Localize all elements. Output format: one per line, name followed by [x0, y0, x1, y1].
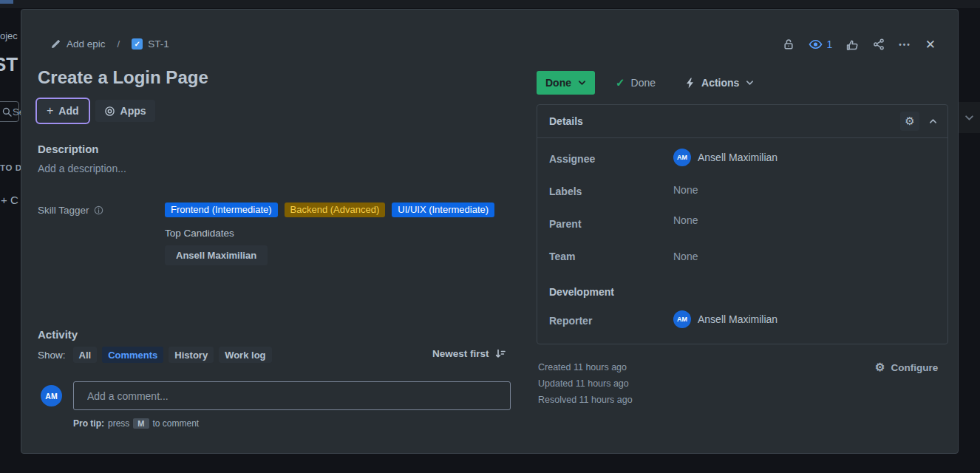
- breadcrumb-add-epic[interactable]: Add epic: [51, 38, 106, 50]
- labels-value[interactable]: None: [673, 184, 698, 196]
- apps-icon: [104, 106, 115, 117]
- details-collapse-button[interactable]: [926, 115, 940, 127]
- issue-title[interactable]: Create a Login Page: [38, 67, 208, 88]
- bg-create-partial: + C: [1, 194, 18, 206]
- filter-work-log[interactable]: Work log: [219, 347, 271, 363]
- breadcrumb-add-epic-label: Add epic: [67, 38, 106, 50]
- check-icon: ✓: [616, 76, 625, 89]
- status-dropdown-button[interactable]: Done: [537, 71, 595, 95]
- created-timestamp: Created 11 hours ago: [538, 359, 633, 375]
- team-value[interactable]: None: [673, 251, 698, 262]
- plus-icon: +: [47, 104, 53, 118]
- details-gear-button[interactable]: ⚙: [900, 112, 919, 131]
- current-user-avatar: AM: [41, 385, 62, 406]
- info-icon[interactable]: [94, 205, 103, 215]
- top-candidates-label: Top Candidates: [165, 228, 234, 239]
- description-heading: Description: [38, 143, 99, 155]
- reporter-value[interactable]: AM Ansell Maximilian: [673, 310, 777, 328]
- toolbar: + Add Apps: [38, 100, 155, 122]
- skill-tag: Frontend (Intermediate): [165, 203, 278, 217]
- chevron-up-icon: [929, 118, 937, 124]
- updated-timestamp: Updated 11 hours ago: [538, 375, 633, 392]
- lightning-bolt-icon: [685, 78, 695, 89]
- sort-order-label: Newest first: [432, 348, 489, 359]
- field-label-labels: Labels: [549, 186, 582, 197]
- skill-tag: Backend (Advanced): [285, 203, 386, 217]
- skill-tag: UI/UIX (Intermediate): [392, 203, 494, 217]
- comment-pro-tip: Pro tip: press M to comment: [73, 418, 199, 429]
- skill-tagger-label-row: Skill Tagger: [38, 205, 103, 216]
- pencil-icon: [51, 38, 61, 49]
- candidate-button[interactable]: Ansell Maximilian: [165, 245, 268, 265]
- field-label-reporter: Reporter: [549, 315, 592, 327]
- skill-tags: Frontend (Intermediate) Backend (Advance…: [165, 203, 494, 217]
- breadcrumb-issue-key[interactable]: ✓ ST-1: [132, 38, 169, 50]
- chevron-down-icon: [746, 80, 754, 86]
- issue-key-label: ST-1: [148, 38, 169, 50]
- bg-top-band: [0, 0, 980, 8]
- chevron-down-icon: [578, 80, 586, 86]
- resolved-timestamp: Resolved 11 hours ago: [538, 392, 633, 408]
- reporter-avatar: AM: [673, 310, 691, 328]
- bg-todo-column-partial: TO D: [0, 163, 22, 172]
- watch-button[interactable]: 1: [809, 38, 832, 50]
- details-heading: Details: [549, 115, 900, 127]
- subtask-type-icon: ✓: [132, 38, 143, 50]
- watch-count: 1: [826, 38, 832, 50]
- add-button[interactable]: + Add: [38, 100, 88, 122]
- field-label-parent: Parent: [549, 218, 582, 230]
- field-label-team: Team: [549, 251, 576, 262]
- show-label: Show:: [38, 350, 66, 361]
- unlock-icon[interactable]: [783, 38, 794, 50]
- apps-button[interactable]: Apps: [95, 100, 155, 122]
- skill-tagger-label: Skill Tagger: [38, 205, 89, 216]
- issue-meta: Created 11 hours ago Updated 11 hours ag…: [538, 359, 633, 408]
- gear-icon: ⚙: [905, 115, 914, 128]
- bg-chevron-down-icon: [964, 115, 974, 121]
- filter-history[interactable]: History: [169, 347, 214, 363]
- sort-order-button[interactable]: Newest first: [432, 348, 506, 359]
- field-label-development: Development: [549, 286, 614, 298]
- resolution-status: ✓ Done: [616, 76, 656, 89]
- keyboard-key-m: M: [133, 418, 149, 429]
- activity-filters: Show: All Comments History Work log: [38, 347, 272, 363]
- search-icon: [2, 107, 12, 117]
- breadcrumb: Add epic / ✓ ST-1: [51, 36, 169, 51]
- assignee-value[interactable]: AM Ansell Maximilian: [673, 149, 777, 166]
- gear-icon: ⚙: [875, 361, 885, 374]
- field-label-assignee: Assignee: [549, 153, 595, 165]
- thumbs-up-icon[interactable]: [846, 38, 859, 51]
- bg-breadcrumb-partial: ojec: [0, 30, 18, 41]
- sort-descending-icon: [494, 348, 506, 359]
- filter-comments[interactable]: Comments: [102, 347, 163, 363]
- filter-all[interactable]: All: [73, 347, 98, 363]
- eye-icon: [809, 38, 823, 50]
- breadcrumb-separator: /: [112, 38, 126, 50]
- details-header: Details ⚙: [537, 105, 947, 138]
- bg-blue-indicator: [0, 0, 13, 4]
- comment-input[interactable]: [73, 381, 511, 410]
- activity-heading: Activity: [38, 328, 78, 341]
- issue-modal: Add epic / ✓ ST-1 1 ••• ✕ Create a Login…: [21, 9, 959, 454]
- parent-value[interactable]: None: [673, 214, 698, 226]
- actions-dropdown-button[interactable]: Actions: [685, 77, 754, 89]
- more-actions-icon[interactable]: •••: [899, 41, 911, 49]
- share-icon[interactable]: [873, 38, 885, 50]
- configure-button[interactable]: ⚙ Configure: [875, 361, 938, 374]
- details-panel: Details ⚙ Assignee AM Ansell Maximilian …: [537, 104, 948, 344]
- close-icon[interactable]: ✕: [925, 37, 936, 52]
- status-row: Done ✓ Done Actions: [537, 71, 754, 95]
- assignee-avatar: AM: [673, 149, 691, 166]
- description-placeholder[interactable]: Add a description...: [38, 163, 126, 174]
- header-actions: 1 ••• ✕: [783, 36, 936, 52]
